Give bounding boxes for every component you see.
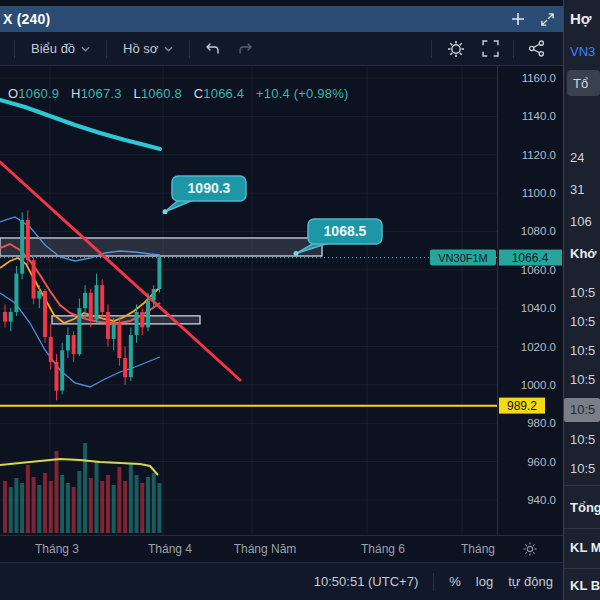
chart-toolbar: Biểu đồ Hồ sơ	[0, 32, 563, 66]
candle-body	[152, 289, 156, 301]
total-label: Tổng	[570, 500, 600, 515]
symbol-tag-label: VN30F1M	[438, 252, 488, 264]
candle-body	[123, 358, 127, 377]
log-scale-button[interactable]: log	[476, 574, 493, 589]
trade-time-row[interactable]: 10:5	[564, 339, 600, 363]
chevron-down-icon	[81, 46, 90, 52]
undo-icon[interactable]	[196, 38, 229, 60]
stat-value: 24	[570, 150, 584, 165]
trade-time-row[interactable]: 10:5	[564, 281, 600, 305]
candle-body	[117, 324, 121, 359]
volume-bar	[89, 478, 93, 533]
gear-icon[interactable]	[438, 35, 474, 63]
price-tick-label: 1000.0	[521, 379, 556, 391]
volume-bar	[106, 475, 110, 533]
plus-icon[interactable]	[510, 11, 526, 27]
candle-body	[72, 335, 76, 354]
teal-ma-line	[0, 100, 160, 149]
price-tick-label: 1060.0	[521, 264, 556, 276]
time-axis[interactable]: Tháng 3Tháng 4Tháng NămTháng 6Tháng	[0, 535, 563, 563]
toolbar-separator	[189, 40, 190, 58]
volume-bar	[14, 478, 18, 533]
price-tick-label: 1020.0	[521, 341, 556, 353]
candle-body	[83, 293, 87, 308]
candle-body	[106, 312, 110, 339]
candle-body	[140, 312, 144, 327]
volume-bar	[3, 481, 7, 533]
month-tick-label: Tháng 3	[35, 542, 79, 556]
yellow-level-value: 989.2	[507, 399, 537, 413]
menu-profile[interactable]: Hồ sơ	[113, 36, 183, 61]
chart-canvas[interactable]: 1160.01140.01120.01100.01080.01060.01040…	[0, 65, 563, 535]
month-tick-label: Tháng Năm	[234, 542, 297, 556]
ohlc-legend: O1060.9 H1067.3 L1060.8 C1066.4 +10.4 (+…	[8, 86, 348, 101]
buy-volume-label: KL M	[570, 540, 600, 555]
volume-bar	[26, 465, 30, 533]
trade-time-row[interactable]: 10:5	[564, 398, 600, 422]
redo-icon[interactable]	[229, 38, 262, 60]
menu-chart-label: Biểu đồ	[31, 41, 75, 56]
candle-body	[9, 312, 13, 322]
price-tick-label: 1160.0	[522, 72, 556, 84]
low-value: 1060.8	[141, 86, 182, 101]
candle-body	[146, 301, 150, 328]
auto-scale-button[interactable]: tự động	[508, 574, 553, 589]
chart-title-bar: X (240)	[0, 6, 563, 32]
high-label: H	[71, 86, 81, 101]
candle-body	[20, 220, 24, 274]
volume-bar	[123, 481, 127, 533]
candle-body	[43, 291, 47, 337]
trade-time-row[interactable]: 10:5	[564, 310, 600, 334]
volume-bar	[100, 481, 104, 533]
menu-chart[interactable]: Biểu đồ	[21, 36, 100, 61]
chevron-down-icon	[164, 46, 173, 52]
volume-bar	[152, 473, 156, 533]
candle-body	[37, 291, 41, 299]
clock-display[interactable]: 10:50:51 (UTC+7)	[314, 574, 418, 589]
low-label: L	[133, 86, 140, 101]
close-value: 1066.4	[203, 86, 244, 101]
trade-time-row[interactable]: 10:5	[564, 428, 600, 452]
percent-scale-button[interactable]: %	[449, 574, 461, 589]
candle-body	[54, 362, 58, 391]
current-price-value: 1066.4	[512, 251, 549, 265]
price-tick-label: 1040.0	[521, 302, 556, 314]
volume-bar	[20, 483, 24, 533]
volume-bar	[66, 483, 70, 533]
trade-time-row[interactable]: 10:5	[564, 368, 600, 392]
chart-title: X (240)	[0, 11, 50, 27]
price-tick-label: 960.0	[527, 456, 556, 468]
trade-time-row[interactable]: 10:5	[564, 457, 600, 481]
candle-body	[26, 220, 30, 260]
volume-bar	[140, 483, 144, 533]
chart-footer-bar: 10:50:51 (UTC+7) % log tự động	[0, 562, 563, 600]
candle-body	[157, 258, 161, 289]
price-tick-label: 1100.0	[522, 187, 556, 199]
panel-divider	[564, 528, 600, 529]
panel-divider	[564, 568, 600, 569]
fullscreen-icon[interactable]	[474, 36, 507, 61]
candle-body	[112, 324, 116, 339]
volume-bar	[49, 481, 53, 533]
high-value: 1067.3	[81, 86, 122, 101]
expand-icon[interactable]	[540, 12, 555, 27]
trading-app-window: X (240) Biểu đồ Hồ sơ	[0, 0, 600, 600]
overview-tab-button[interactable]: Tổ	[567, 70, 600, 96]
candle-body	[95, 285, 99, 320]
volume-bar	[37, 485, 41, 533]
volume-bar	[112, 485, 116, 533]
candle-body	[100, 285, 104, 312]
month-tick-label: Tháng 4	[148, 542, 192, 556]
axis-settings-icon[interactable]	[522, 541, 538, 561]
share-icon[interactable]	[520, 36, 553, 61]
price-tick-label: 980.0	[527, 417, 556, 429]
panel-symbol-link[interactable]: VN3	[570, 44, 595, 59]
volume-bar	[117, 467, 121, 533]
svg-text:1090.3: 1090.3	[188, 180, 231, 196]
candle-body	[14, 274, 18, 312]
toolbar-separator	[106, 40, 107, 58]
price-callout[interactable]: 1090.3	[163, 176, 247, 214]
candle-body	[66, 335, 70, 350]
stat-value: 106	[570, 214, 592, 229]
volume-bar	[135, 475, 139, 533]
